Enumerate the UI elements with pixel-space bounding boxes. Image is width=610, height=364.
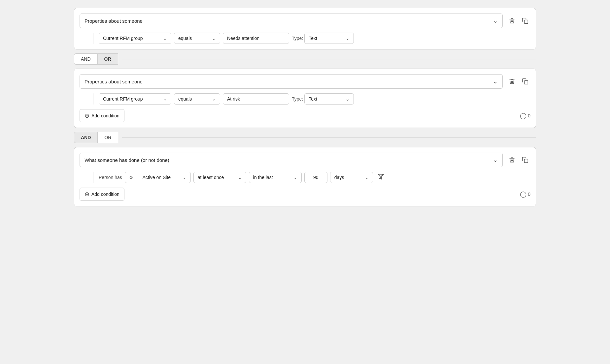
page-container: Properties about someone ⌄: [74, 5, 536, 209]
frequency-select[interactable]: at least once ⌄: [193, 172, 246, 183]
count-badge-2: ◯ 0: [520, 112, 530, 119]
gear-icon: ⚙: [129, 175, 133, 180]
chevron-down-icon-prop-2: ⌄: [163, 96, 167, 102]
footer-row-2: ⊕ Add condition ◯ 0: [80, 109, 530, 122]
or-button-1[interactable]: OR: [97, 53, 118, 65]
type-select-2[interactable]: Text ⌄: [304, 93, 354, 105]
property-value-1: Current RFM group: [103, 36, 143, 41]
when-value: in the last: [253, 175, 273, 180]
condition-area-2: Current RFM group ⌄ equals ⌄ Type: Text …: [93, 93, 530, 105]
footer-row-3: ⊕ Add condition ◯ 0: [80, 188, 530, 201]
operator-select-1[interactable]: equals ⌄: [174, 33, 220, 44]
chevron-down-icon-3: ⌄: [493, 156, 498, 164]
plus-circle-icon-3: ⊕: [85, 191, 89, 198]
indent-line-1: [93, 33, 93, 44]
type-container-2: Type: Text ⌄: [292, 93, 354, 105]
and-button-1[interactable]: AND: [74, 53, 97, 65]
delete-button-2[interactable]: [507, 77, 517, 86]
svg-rect-0: [525, 20, 528, 24]
group-title-label-2: Properties about someone: [85, 79, 143, 84]
operator-select-2[interactable]: equals ⌄: [174, 93, 220, 105]
group-header-actions-3: [507, 155, 530, 165]
group-header-actions-2: [507, 77, 530, 86]
type-value-1: Text: [309, 36, 317, 41]
svg-rect-2: [525, 159, 528, 163]
chevron-down-icon-freq: ⌄: [238, 175, 242, 180]
filter-button[interactable]: [376, 172, 386, 183]
or-button-2[interactable]: OR: [97, 132, 118, 143]
copy-button-2[interactable]: [520, 77, 530, 86]
group-header-left-2: Properties about someone ⌄: [80, 74, 503, 89]
activity-value: Active on Site: [143, 175, 171, 180]
and-or-row-2: AND OR: [74, 132, 536, 143]
delete-button-1[interactable]: [507, 16, 517, 25]
indent-line-2: [93, 93, 93, 105]
value-input-2[interactable]: [223, 93, 289, 105]
copy-button-3[interactable]: [520, 155, 530, 165]
when-select[interactable]: in the last ⌄: [249, 172, 302, 183]
frequency-value: at least once: [198, 175, 224, 180]
group-header-actions-1: [507, 16, 530, 25]
count-value-2: 0: [528, 113, 530, 118]
add-condition-button-2[interactable]: ⊕ Add condition: [80, 109, 124, 122]
group-title-label-3: What someone has done (or not done): [85, 157, 169, 163]
copy-icon-3: [522, 157, 528, 163]
activity-select[interactable]: ⚙ Active on Site ⌄: [125, 172, 191, 183]
chevron-down-icon-type-1: ⌄: [346, 36, 350, 41]
and-or-row-1: AND OR: [74, 53, 536, 65]
count-value-3: 0: [528, 192, 530, 197]
group-title-select-1[interactable]: Properties about someone ⌄: [80, 14, 503, 28]
trash-icon-2: [509, 78, 515, 85]
chevron-down-icon-op-2: ⌄: [212, 96, 216, 102]
avatar-icon-3: ◯: [520, 191, 526, 198]
count-badge-3: ◯ 0: [520, 191, 530, 198]
unit-select[interactable]: days ⌄: [330, 172, 373, 183]
condition-area-1: Current RFM group ⌄ equals ⌄ Type: Text …: [93, 33, 530, 44]
group-header-left-3: What someone has done (or not done) ⌄: [80, 153, 503, 167]
add-condition-label-3: Add condition: [91, 192, 119, 197]
chevron-down-icon-when: ⌄: [293, 175, 297, 180]
group-block-3: What someone has done (or not done) ⌄: [74, 147, 536, 206]
type-label-1: Type:: [292, 36, 303, 41]
and-or-line-1: [122, 59, 536, 59]
type-label-2: Type:: [292, 96, 303, 102]
and-button-2[interactable]: AND: [74, 132, 97, 143]
chevron-down-icon-1: ⌄: [493, 17, 498, 24]
group-title-label-1: Properties about someone: [85, 18, 143, 24]
chevron-down-icon-op-1: ⌄: [212, 36, 216, 41]
copy-button-1[interactable]: [520, 16, 530, 25]
trash-icon-1: [509, 17, 515, 24]
type-select-1[interactable]: Text ⌄: [304, 33, 354, 44]
group-title-select-2[interactable]: Properties about someone ⌄: [80, 74, 503, 89]
svg-rect-1: [525, 81, 528, 84]
value-input-1[interactable]: [223, 33, 289, 44]
chevron-down-icon-prop-1: ⌄: [163, 36, 167, 41]
property-select-1[interactable]: Current RFM group ⌄: [99, 33, 171, 44]
plus-circle-icon-2: ⊕: [85, 112, 89, 119]
copy-icon-1: [522, 17, 528, 24]
type-container-1: Type: Text ⌄: [292, 33, 354, 44]
person-has-row: Person has ⚙ Active on Site ⌄ at least o…: [93, 172, 530, 183]
avatar-icon-2: ◯: [520, 112, 526, 119]
trash-icon-3: [509, 157, 515, 163]
number-input[interactable]: [304, 172, 327, 183]
and-or-line-2: [122, 137, 536, 138]
copy-icon-2: [522, 78, 528, 85]
property-select-2[interactable]: Current RFM group ⌄: [99, 93, 171, 105]
property-value-2: Current RFM group: [103, 96, 143, 102]
chevron-down-icon-type-2: ⌄: [346, 96, 350, 102]
group-block-2: Properties about someone ⌄: [74, 69, 536, 128]
chevron-down-icon-unit: ⌄: [365, 175, 369, 180]
filter-icon: [378, 173, 384, 180]
group-header-2: Properties about someone ⌄: [80, 74, 530, 89]
person-has-label: Person has: [99, 175, 122, 180]
svg-line-5: [379, 174, 383, 179]
add-condition-button-3[interactable]: ⊕ Add condition: [80, 188, 124, 201]
group-header-3: What someone has done (or not done) ⌄: [80, 153, 530, 167]
indent-line-3: [93, 172, 93, 183]
group-header-1: Properties about someone ⌄: [80, 14, 530, 28]
delete-button-3[interactable]: [507, 155, 517, 165]
operator-value-2: equals: [178, 96, 192, 102]
group-title-select-3[interactable]: What someone has done (or not done) ⌄: [80, 153, 503, 167]
chevron-down-icon-activity: ⌄: [183, 175, 186, 180]
